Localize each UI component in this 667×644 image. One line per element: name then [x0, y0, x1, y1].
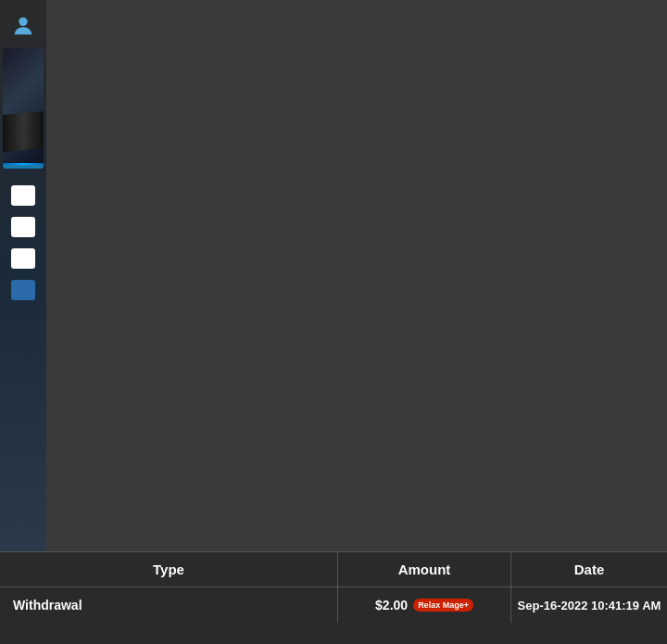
cell-amount: $2.00 Relax Mage+ — [338, 587, 511, 623]
sidebar-glow — [3, 163, 44, 169]
cell-date: Sep-16-2022 10:41:19 AM — [511, 587, 667, 623]
sidebar-buttons — [11, 185, 35, 300]
cell-type: Withdrawal — [0, 587, 338, 623]
user-icon — [10, 13, 36, 39]
svg-point-0 — [19, 18, 27, 26]
sidebar-button-1[interactable] — [11, 185, 35, 206]
sidebar — [0, 0, 46, 551]
col-header-amount: Amount — [338, 552, 511, 587]
table-row: Withdrawal $2.00 Relax Mage+ Sep-16-2022… — [0, 587, 667, 623]
transactions-table: Type Amount Date Withdrawal $2.00 Relax … — [0, 551, 667, 644]
col-header-type: Type — [0, 552, 338, 587]
main-area — [46, 0, 667, 551]
sidebar-button-4[interactable] — [11, 280, 35, 300]
col-header-date: Date — [511, 552, 667, 587]
sidebar-button-3[interactable] — [11, 248, 35, 269]
sidebar-button-2[interactable] — [11, 217, 35, 237]
sidebar-card — [3, 48, 44, 169]
user-icon-area[interactable] — [5, 7, 42, 44]
table-header-row: Type Amount Date — [0, 552, 667, 587]
badge-relax: Relax Mage+ — [413, 599, 473, 612]
